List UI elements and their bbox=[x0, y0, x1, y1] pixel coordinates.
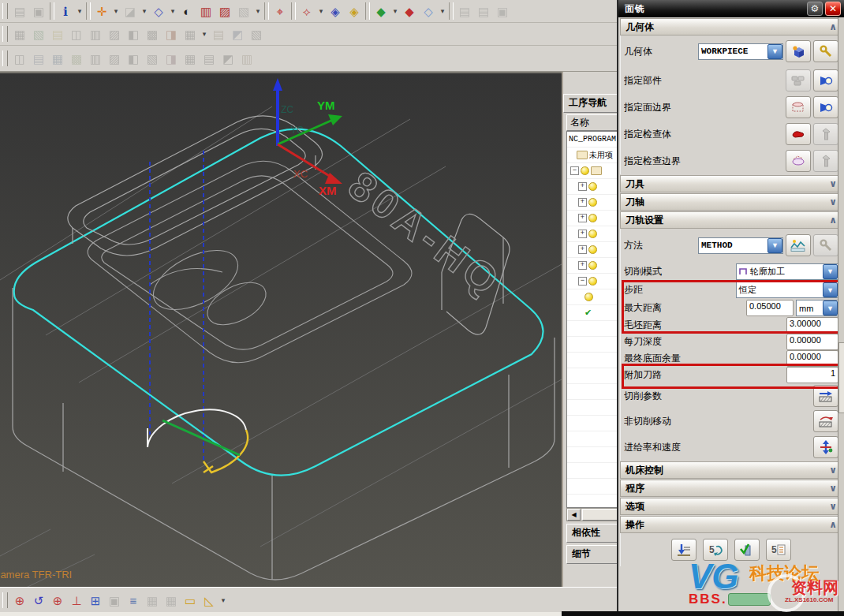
hide-object-icon[interactable]: ◆ bbox=[400, 2, 419, 21]
edit-object-icon[interactable]: ▨ bbox=[105, 24, 124, 43]
program-group[interactable]: − bbox=[567, 163, 618, 179]
measure-angle-icon[interactable]: ◺ bbox=[200, 591, 218, 610]
orient-view-icon[interactable]: ◪ bbox=[121, 2, 140, 21]
unit-dropdown-arrow-icon[interactable]: ▼ bbox=[823, 301, 838, 315]
bottom-menu-arrow-icon[interactable]: ▾ bbox=[218, 591, 228, 610]
create-method-icon[interactable]: ◫ bbox=[67, 24, 86, 43]
unused-items-node[interactable]: 未用项 bbox=[567, 147, 618, 163]
simulate-icon[interactable]: ▩ bbox=[67, 49, 86, 68]
hscroll-left-arrow-icon[interactable]: ◀ bbox=[567, 509, 581, 521]
open-part-icon[interactable]: ▤ bbox=[10, 2, 29, 21]
list-output-icon[interactable]: ◫ bbox=[10, 49, 29, 68]
dialog-close-icon[interactable]: ✕ bbox=[825, 2, 841, 16]
toolbar-drag-handle[interactable] bbox=[2, 50, 8, 66]
max-distance-input[interactable]: 0.05000 bbox=[746, 300, 794, 316]
shaded-display-icon[interactable]: ◐ bbox=[177, 2, 196, 21]
wireframe-display-icon[interactable]: ◇ bbox=[149, 2, 168, 21]
orient-menu-arrow-icon[interactable]: ▾ bbox=[140, 2, 149, 21]
layer-settings-icon[interactable]: ≡ bbox=[124, 591, 143, 610]
tab-dependencies[interactable]: 相依性 bbox=[566, 524, 618, 543]
highlight-face-boundaries-button[interactable] bbox=[813, 96, 838, 118]
method-combo[interactable]: METHOD ▼ bbox=[698, 237, 783, 254]
information-icon[interactable]: ℹ bbox=[56, 2, 75, 21]
dialog-right-scrollbar[interactable] bbox=[838, 17, 844, 612]
more-menu-arrow-icon[interactable]: ▾ bbox=[438, 2, 447, 21]
list-toolpath-button[interactable]: 5 bbox=[766, 539, 791, 561]
grid-display-icon[interactable]: ▤ bbox=[455, 2, 474, 21]
rotate-wcs-icon[interactable]: ↺ bbox=[29, 591, 48, 610]
section-geometry[interactable]: 几何体 ∧ bbox=[620, 18, 842, 35]
final-floor-stock-input[interactable]: 0.00000 bbox=[786, 350, 838, 367]
operation-node[interactable]: + bbox=[567, 258, 618, 274]
stepover-combo[interactable]: 恒定 ▼ bbox=[736, 282, 838, 298]
graphics-viewport[interactable]: 80A-HQ ZC YC YM XC XM Camera TFR-TRI bbox=[0, 72, 562, 588]
highlight-part-button[interactable] bbox=[813, 69, 838, 91]
section-path-settings[interactable]: 刀轨设置 ∧ bbox=[620, 211, 842, 229]
cut-object-icon[interactable]: ◧ bbox=[124, 24, 143, 43]
show-object-icon[interactable]: ◆ bbox=[372, 2, 390, 21]
dialog-settings-gear-icon[interactable]: ⚙ bbox=[807, 2, 823, 16]
operation-complete-node[interactable]: ✔ bbox=[567, 305, 618, 321]
stepover-dropdown-arrow-icon[interactable]: ▼ bbox=[823, 282, 838, 297]
window-display-icon[interactable]: ▣ bbox=[493, 2, 512, 21]
nc-program-node[interactable]: NC_PROGRAM bbox=[567, 132, 618, 147]
section-machine-control[interactable]: 机床控制 ∨ bbox=[620, 461, 842, 479]
section-tool-axis[interactable]: 刀轴 ∨ bbox=[620, 193, 842, 211]
operation-node[interactable]: + bbox=[567, 179, 618, 195]
fit-view-icon[interactable]: ✛ bbox=[92, 2, 111, 21]
operation-node[interactable] bbox=[567, 289, 618, 305]
new-geometry-button[interactable] bbox=[786, 40, 811, 62]
additional-passes-input[interactable]: 1 bbox=[786, 367, 838, 383]
csys-partial-icon[interactable]: ⊕ bbox=[10, 591, 29, 610]
select-face-boundaries-button[interactable] bbox=[786, 96, 811, 118]
plane-dialog-icon[interactable]: ◈ bbox=[345, 2, 364, 21]
postprocess-icon[interactable]: ▤ bbox=[29, 49, 48, 68]
cutting-parameters-button[interactable] bbox=[813, 385, 838, 407]
gouge-check-icon[interactable]: ▨ bbox=[105, 49, 124, 68]
machine-sim-icon[interactable]: ▥ bbox=[86, 49, 105, 68]
display-part-icon[interactable]: ▣ bbox=[29, 2, 48, 21]
show-menu-arrow-icon[interactable]: ▾ bbox=[390, 2, 400, 21]
geometry-combo[interactable]: WORKPIECE ▼ bbox=[698, 43, 783, 60]
mirror-path-icon[interactable]: ◨ bbox=[162, 49, 181, 68]
replay-toolpath-icon[interactable]: ◩ bbox=[228, 24, 247, 43]
collapse-minus-icon[interactable]: − bbox=[578, 277, 587, 286]
create-program-icon[interactable]: ▦ bbox=[10, 24, 29, 43]
measure-distance-icon[interactable]: ▭ bbox=[181, 591, 200, 610]
information-menu-arrow-icon[interactable]: ▾ bbox=[75, 2, 84, 21]
select-check-boundaries-button[interactable] bbox=[786, 150, 811, 172]
feeds-and-speeds-button[interactable] bbox=[813, 436, 838, 458]
wcs-dynamics-icon[interactable]: ⊕ bbox=[48, 591, 67, 610]
generate-toolpath-icon[interactable]: ▤ bbox=[209, 24, 228, 43]
verify-toolpath-icon[interactable]: ▧ bbox=[247, 24, 266, 43]
expand-plus-icon[interactable]: + bbox=[578, 198, 587, 207]
tool-path-edit-icon[interactable]: ◧ bbox=[124, 49, 143, 68]
row2-menu-arrow-icon[interactable]: ▾ bbox=[200, 24, 209, 43]
level-icon[interactable]: ◩ bbox=[218, 49, 237, 68]
select-part-button[interactable] bbox=[786, 69, 811, 91]
section-options[interactable]: 选项 ∨ bbox=[620, 498, 842, 515]
datum-csys-icon[interactable]: ⌖ bbox=[271, 2, 289, 21]
toolbar-drag-handle[interactable] bbox=[2, 26, 8, 42]
expand-plus-icon[interactable]: + bbox=[578, 214, 587, 222]
work-plane-icon[interactable]: ▦ bbox=[143, 591, 162, 610]
copy-object-icon[interactable]: ▩ bbox=[143, 24, 162, 43]
tab-details[interactable]: 细节 bbox=[566, 545, 618, 564]
max-distance-unit-combo[interactable]: mm ▼ bbox=[796, 300, 838, 316]
blank-distance-input[interactable]: 3.00000 bbox=[786, 317, 838, 334]
display-mode-icon[interactable]: ▣ bbox=[105, 591, 124, 610]
grid-snap-icon[interactable]: ▤ bbox=[474, 2, 493, 21]
facet-body-icon[interactable]: ▨ bbox=[215, 2, 234, 21]
dialog-scrollbar-thumb[interactable] bbox=[838, 342, 844, 413]
fit-view-menu-arrow-icon[interactable]: ▾ bbox=[111, 2, 121, 21]
save-wcs-icon[interactable]: ⊞ bbox=[86, 591, 105, 610]
create-tool-icon[interactable]: ▧ bbox=[29, 24, 48, 43]
workpiece-icon[interactable]: ▤ bbox=[200, 49, 218, 68]
select-check-body-button[interactable] bbox=[786, 123, 811, 145]
depth-per-cut-input[interactable]: 0.00000 bbox=[786, 334, 838, 350]
wcs-origin-icon[interactable]: ⊥ bbox=[67, 591, 86, 610]
create-geometry-icon[interactable]: ▤ bbox=[48, 24, 67, 43]
expand-plus-icon[interactable]: + bbox=[578, 182, 587, 191]
display-menu-arrow-icon[interactable]: ▾ bbox=[253, 2, 263, 21]
delete-object-icon[interactable]: ▦ bbox=[181, 24, 200, 43]
